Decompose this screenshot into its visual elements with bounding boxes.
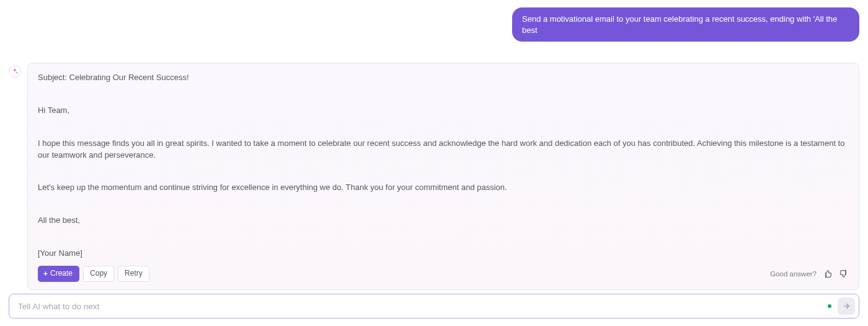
send-icon [842,302,851,310]
plus-icon: + [43,270,48,278]
email-paragraph-1: I hope this message finds you all in gre… [38,138,849,161]
create-button-label: Create [50,269,73,279]
retry-button[interactable]: Retry [118,266,149,282]
email-signature: [Your Name] [38,248,849,260]
email-paragraph-2: Let's keep up the momentum and continue … [38,182,849,194]
assistant-response-card: Subject: Celebrating Our Recent Success!… [27,63,859,290]
status-indicator [828,304,831,308]
copy-button[interactable]: Copy [83,266,114,282]
thumbs-down-icon[interactable] [839,269,849,279]
email-signoff: All the best, [38,215,849,227]
send-button[interactable] [838,297,855,315]
sparkle-icon [11,68,19,75]
feedback-label: Good answer? [770,270,817,278]
composer-input[interactable] [17,301,828,312]
email-greeting: Hi Team, [38,105,849,117]
assistant-avatar [9,65,21,78]
thumbs-up-icon[interactable] [823,269,833,279]
email-body: Subject: Celebrating Our Recent Success!… [38,72,849,260]
composer[interactable] [9,294,859,319]
email-subject: Subject: Celebrating Our Recent Success! [38,72,849,84]
user-message-bubble: Send a motivational email to your team c… [512,7,859,42]
create-button[interactable]: + Create [38,266,79,282]
